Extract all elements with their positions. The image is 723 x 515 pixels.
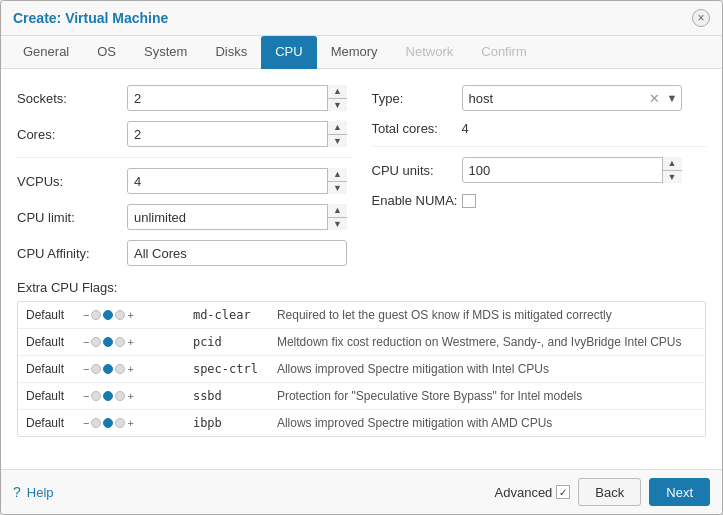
toggle-minus[interactable]: − [83,417,89,429]
cpu-units-down[interactable]: ▼ [662,171,682,184]
right-column: Type: ✕ ▼ Total cores: 4 CPU units: [372,85,707,276]
cores-down[interactable]: ▼ [327,135,347,148]
toggle-dot-3 [115,391,125,401]
dialog-title: Create: Virtual Machine [13,10,168,26]
form-columns: Sockets: ▲ ▼ Cores: ▲ [17,85,706,276]
flag-name: spec-ctrl [185,356,269,383]
toggle-dot-2 [103,337,113,347]
type-label: Type: [372,91,462,106]
back-button[interactable]: Back [578,478,641,506]
toggle-dot-3 [115,337,125,347]
cpu-units-up[interactable]: ▲ [662,157,682,171]
tab-general[interactable]: General [9,36,83,69]
toggle-track [91,418,125,428]
flag-description: Meltdown fix cost reduction on Westmere,… [269,329,705,356]
cpu-limit-up[interactable]: ▲ [327,204,347,218]
cpu-limit-row: CPU limit: ▲ ▼ [17,204,352,230]
toggle-dot-1 [91,310,101,320]
tab-disks[interactable]: Disks [201,36,261,69]
flag-default: Default [18,302,75,329]
enable-numa-label: Enable NUMA: [372,193,462,208]
sockets-label: Sockets: [17,91,127,106]
cpu-affinity-input[interactable] [127,240,347,266]
toggle-dot-2 [103,391,113,401]
flag-row: Default − + md-clear Required to let the… [18,302,705,329]
flag-description: Allows improved Spectre mitigation with … [269,356,705,383]
divider-1 [17,157,352,158]
cores-input[interactable] [127,121,347,147]
toggle-plus[interactable]: + [127,336,133,348]
cpu-limit-down[interactable]: ▼ [327,218,347,231]
cpu-limit-input[interactable] [127,204,347,230]
flag-description: Protection for "Speculative Store Bypass… [269,383,705,410]
toggle-plus[interactable]: + [127,363,133,375]
flag-description: Allows improved Spectre mitigation with … [269,410,705,437]
footer: ? Help Advanced ✓ Back Next [1,469,722,514]
toggle-plus[interactable]: + [127,309,133,321]
toggle-plus[interactable]: + [127,390,133,402]
flag-name: pcid [185,329,269,356]
title-bar: Create: Virtual Machine × [1,1,722,36]
cpu-units-input-wrap: ▲ ▼ [462,157,682,183]
toggle-dot-3 [115,418,125,428]
toggle-minus[interactable]: − [83,309,89,321]
cores-up[interactable]: ▲ [327,121,347,135]
next-button[interactable]: Next [649,478,710,506]
divider-2 [372,146,707,147]
flag-default: Default [18,329,75,356]
tab-bar: General OS System Disks CPU Memory Netwo… [1,36,722,69]
cpu-limit-spinners: ▲ ▼ [327,204,347,230]
vcpus-input[interactable] [127,168,347,194]
flag-toggle-cell[interactable]: − + [75,302,185,329]
toggle-minus[interactable]: − [83,363,89,375]
toggle-minus[interactable]: − [83,336,89,348]
cpu-units-spinners: ▲ ▼ [662,157,682,183]
tab-memory[interactable]: Memory [317,36,392,69]
flag-description: Required to let the guest OS know if MDS… [269,302,705,329]
flag-toggle-cell[interactable]: − + [75,329,185,356]
sockets-row: Sockets: ▲ ▼ [17,85,352,111]
flag-row: Default − + ibpb Allows improved Spectre… [18,410,705,437]
vcpus-up[interactable]: ▲ [327,168,347,182]
toggle-plus[interactable]: + [127,417,133,429]
cpu-units-row: CPU units: ▲ ▼ [372,157,707,183]
create-vm-dialog: Create: Virtual Machine × General OS Sys… [0,0,723,515]
flag-toggle-cell[interactable]: − + [75,383,185,410]
sockets-spinners: ▲ ▼ [327,85,347,111]
cpu-affinity-label: CPU Affinity: [17,246,127,261]
flag-toggle-cell[interactable]: − + [75,410,185,437]
cpu-limit-label: CPU limit: [17,210,127,225]
flag-toggle-cell[interactable]: − + [75,356,185,383]
toggle-minus[interactable]: − [83,390,89,402]
enable-numa-checkbox[interactable] [462,194,476,208]
toggle-dot-1 [91,337,101,347]
cores-spinners: ▲ ▼ [327,121,347,147]
vcpus-down[interactable]: ▼ [327,182,347,195]
cpu-units-input[interactable] [462,157,682,183]
advanced-checkbox[interactable]: ✓ [556,485,570,499]
toggle-dot-2 [103,418,113,428]
flag-name: md-clear [185,302,269,329]
footer-left: ? Help [13,484,54,500]
sockets-up[interactable]: ▲ [327,85,347,99]
type-clear-button[interactable]: ✕ [649,91,660,106]
close-button[interactable]: × [692,9,710,27]
vcpus-input-wrap: ▲ ▼ [127,168,347,194]
toggle-dot-1 [91,364,101,374]
type-row: Type: ✕ ▼ [372,85,707,111]
sockets-input[interactable] [127,85,347,111]
tab-os[interactable]: OS [83,36,130,69]
type-dropdown-button[interactable]: ▼ [667,92,678,104]
cores-input-wrap: ▲ ▼ [127,121,347,147]
vcpus-row: VCPUs: ▲ ▼ [17,168,352,194]
total-cores-value: 4 [462,121,469,136]
sockets-down[interactable]: ▼ [327,99,347,112]
footer-right: Advanced ✓ Back Next [495,478,710,506]
help-button[interactable]: Help [27,485,54,500]
tab-system[interactable]: System [130,36,201,69]
toggle-track [91,364,125,374]
cores-label: Cores: [17,127,127,142]
flags-table[interactable]: Default − + md-clear Required to let the… [17,301,706,437]
tab-cpu[interactable]: CPU [261,36,316,69]
vcpus-spinners: ▲ ▼ [327,168,347,194]
